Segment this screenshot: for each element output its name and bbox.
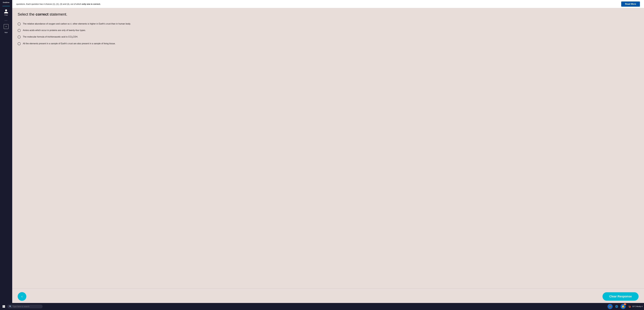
- main-area: OneDrive iTutor ... + Apps questions. Ea…: [0, 0, 644, 303]
- option-radio-1[interactable]: [18, 22, 21, 25]
- content-area: questions. Each question has 4 choices (…: [12, 0, 644, 303]
- taskbar-app-chrome[interactable]: 🌐: [614, 304, 619, 309]
- option-radio-2[interactable]: [18, 29, 21, 32]
- option-radio-3[interactable]: [18, 35, 21, 38]
- sidebar-itutor-label: iTutor: [4, 14, 8, 16]
- prev-button[interactable]: ‹: [18, 292, 26, 301]
- taskbar: 🔍 🦋 🌐 🔔 9+ 🌤 32°C Mostly cl: [0, 303, 644, 310]
- taskbar-search-bar[interactable]: 🔍: [7, 305, 42, 308]
- weather-text: 32°C Mostly cl: [632, 306, 643, 308]
- option-row-4[interactable]: All the elements present in a sample of …: [18, 40, 638, 47]
- taskbar-app-icons: 🦋 🌐 🔔 9+: [608, 304, 626, 309]
- question-title-suffix: statement.: [48, 12, 67, 16]
- option-text-1: The relative abundance of oxygen and car…: [23, 22, 131, 25]
- clear-response-button[interactable]: Clear Response: [602, 292, 638, 301]
- option-row-3[interactable]: The molecular formula of trichloroacetic…: [18, 34, 638, 40]
- butterfly-icon: 🦋: [608, 305, 612, 308]
- option-radio-4[interactable]: [18, 42, 21, 45]
- taskbar-app-butterfly[interactable]: 🦋: [608, 304, 613, 309]
- windows-icon: [2, 305, 6, 308]
- chrome-icon: 🌐: [615, 305, 618, 308]
- option-text-4: All the elements present in a sample of …: [23, 42, 116, 45]
- taskbar-app-notification[interactable]: 🔔 9+: [620, 304, 626, 309]
- plus-icon: +: [5, 25, 7, 28]
- search-input[interactable]: [12, 306, 40, 308]
- question-title: Select the correct statement.: [18, 12, 638, 16]
- weather-icon: 🌤: [628, 305, 631, 308]
- sidebar-more[interactable]: ...: [4, 18, 8, 21]
- sidebar-apps-add[interactable]: +: [4, 24, 8, 29]
- instruction-bold: only one is correct.: [82, 3, 101, 5]
- option-text-3: The molecular formula of trichloroacetic…: [23, 35, 78, 39]
- instruction-text: questions. Each question has 4 choices (…: [16, 3, 618, 5]
- instruction-bar: questions. Each question has 4 choices (…: [12, 0, 644, 8]
- start-button[interactable]: [1, 304, 6, 309]
- question-title-bold: correct: [36, 12, 48, 16]
- taskbar-right-area: 🌤 32°C Mostly cl: [628, 305, 643, 308]
- sidebar: OneDrive iTutor ... + Apps: [0, 0, 12, 303]
- search-icon: 🔍: [9, 306, 12, 308]
- question-title-prefix: Select the: [18, 12, 36, 16]
- person-icon: [4, 9, 8, 14]
- notification-icon: 🔔: [622, 305, 624, 308]
- sidebar-brand-label: OneDrive: [3, 2, 10, 3]
- sidebar-apps-label: Apps: [4, 32, 8, 33]
- question-area: Select the correct statement. The relati…: [12, 8, 644, 287]
- option-row-1[interactable]: The relative abundance of oxygen and car…: [18, 20, 638, 27]
- instruction-prefix: questions. Each question has 4 choices (…: [16, 3, 82, 5]
- sidebar-divider: [2, 6, 10, 6]
- read-more-button[interactable]: Read More: [621, 1, 640, 7]
- bottom-nav: ‹ Clear Response: [12, 290, 644, 303]
- option-text-2: Amino acids which occur in proteins are …: [23, 29, 86, 32]
- sidebar-item-itutor[interactable]: iTutor: [4, 9, 8, 16]
- notification-badge: 9+: [624, 303, 626, 305]
- option-row-2[interactable]: Amino acids which occur in proteins are …: [18, 27, 638, 34]
